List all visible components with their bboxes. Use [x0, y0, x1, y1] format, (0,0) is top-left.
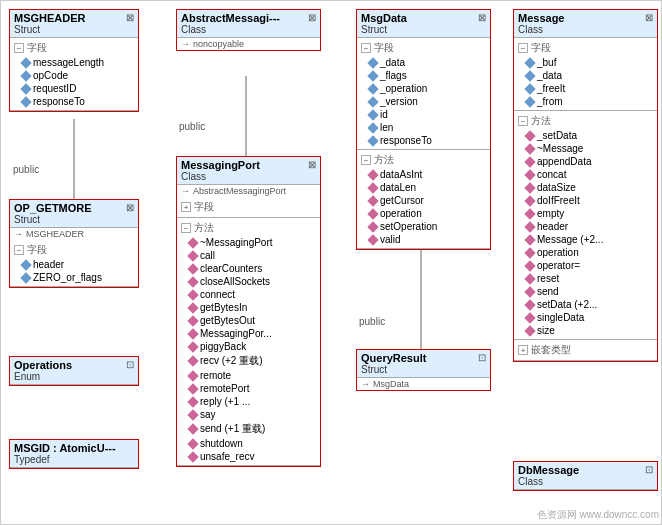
field-name: messageLength [33, 57, 104, 68]
method-icon [367, 234, 378, 245]
msgdata-method-3: getCursor [361, 194, 486, 207]
message-field-2: _data [518, 69, 653, 82]
method-icon [524, 130, 535, 141]
message-fields-header: − 字段 [518, 40, 653, 56]
parent-name: AbstractMessagingPort [193, 186, 286, 196]
msgdata-fields-toggle[interactable]: − [361, 43, 371, 53]
method-icon [524, 325, 535, 336]
msgdata-header: MsgData Struct ⊠ [357, 10, 490, 38]
messagingport-title: MessagingPort [181, 159, 260, 171]
mp-method-6: getBytesIn [181, 301, 316, 314]
msgdata-field-4: _version [361, 95, 486, 108]
dbmessage-box: DbMessage Class ⊡ [513, 461, 658, 491]
method-icon [524, 195, 535, 206]
method-icon [367, 195, 378, 206]
message-field-1: _buf [518, 56, 653, 69]
msgheader-field-4: responseTo [14, 95, 134, 108]
public-label-1: public [13, 164, 39, 175]
parent-name: noncopyable [193, 39, 244, 49]
method-icon [524, 286, 535, 297]
message-method-8: header [518, 220, 653, 233]
field-icon [367, 122, 378, 133]
op-getmore-expand-icon[interactable]: ⊠ [126, 202, 134, 213]
op-getmore-title: OP_GETMORE [14, 202, 92, 214]
method-icon [187, 341, 198, 352]
message-subtitle: Class [518, 24, 564, 35]
msgdata-title: MsgData [361, 12, 407, 24]
dbmessage-header: DbMessage Class ⊡ [514, 462, 657, 490]
msgdata-fields-header: − 字段 [361, 40, 486, 56]
field-icon [20, 272, 31, 283]
abstractmessaging-expand-icon[interactable]: ⊠ [308, 12, 316, 23]
msgheader-field-1: messageLength [14, 56, 134, 69]
msgheader-fields-label: 字段 [27, 41, 47, 55]
msgdata-method-2: dataLen [361, 181, 486, 194]
message-method-13: send [518, 285, 653, 298]
msgdata-field-5: id [361, 108, 486, 121]
messagingport-fields-toggle[interactable]: + [181, 202, 191, 212]
mp-method-12: remotePort [181, 382, 316, 395]
msgheader-expand-icon[interactable]: ⊠ [126, 12, 134, 23]
message-methods-toggle[interactable]: − [518, 116, 528, 126]
method-icon [524, 312, 535, 323]
mp-method-15: send (+1 重载) [181, 421, 316, 437]
mp-method-13: reply (+1 ... [181, 395, 316, 408]
message-method-15: singleData [518, 311, 653, 324]
mp-method-3: clearCounters [181, 262, 316, 275]
method-icon [524, 221, 535, 232]
msgdata-methods-toggle[interactable]: − [361, 155, 371, 165]
operations-title: Operations [14, 359, 72, 371]
method-icon [367, 182, 378, 193]
message-nested-toggle[interactable]: + [518, 345, 528, 355]
msgheader-fields-section: − 字段 messageLength opCode requestID resp… [10, 38, 138, 111]
messagingport-expand-icon[interactable]: ⊠ [308, 159, 316, 170]
msgdata-box: MsgData Struct ⊠ − 字段 _data _flags _oper… [356, 9, 491, 250]
message-expand-icon[interactable]: ⊠ [645, 12, 653, 23]
mp-method-14: say [181, 408, 316, 421]
field-name: responseTo [33, 96, 85, 107]
messagingport-methods-toggle[interactable]: − [181, 223, 191, 233]
method-icon [524, 273, 535, 284]
msgheader-fields-header: − 字段 [14, 40, 134, 56]
message-fields-toggle[interactable]: − [518, 43, 528, 53]
method-icon [187, 355, 198, 366]
queryresult-title: QueryResult [361, 352, 426, 364]
operations-expand-icon[interactable]: ⊡ [126, 359, 134, 370]
msgdata-field-6: len [361, 121, 486, 134]
abstractmessaging-parent: → noncopyable [177, 38, 320, 50]
msgdata-method-1: dataAsInt [361, 168, 486, 181]
message-method-2: ~Message [518, 142, 653, 155]
method-icon [187, 237, 198, 248]
msgheader-fields-toggle[interactable]: − [14, 43, 24, 53]
op-getmore-field-1: header [14, 258, 134, 271]
field-icon [20, 57, 31, 68]
mp-method-17: unsafe_recv [181, 450, 316, 463]
method-icon [187, 328, 198, 339]
op-getmore-parent: → MSGHEADER [10, 228, 138, 240]
field-name: ZERO_or_flags [33, 272, 102, 283]
dbmessage-expand-icon[interactable]: ⊡ [645, 464, 653, 475]
message-method-14: setData (+2... [518, 298, 653, 311]
msgdata-expand-icon[interactable]: ⊠ [478, 12, 486, 23]
method-icon [524, 182, 535, 193]
messagingport-header: MessagingPort Class ⊠ [177, 157, 320, 185]
message-method-9: Message (+2... [518, 233, 653, 246]
operations-header: Operations Enum ⊡ [10, 357, 138, 385]
msgdata-subtitle: Struct [361, 24, 407, 35]
method-icon [367, 169, 378, 180]
queryresult-expand-icon[interactable]: ⊡ [478, 352, 486, 363]
field-icon [367, 70, 378, 81]
dbmessage-title: DbMessage [518, 464, 579, 476]
operations-subtitle: Enum [14, 371, 72, 382]
op-getmore-subtitle: Struct [14, 214, 92, 225]
mp-method-2: call [181, 249, 316, 262]
queryresult-subtitle: Struct [361, 364, 426, 375]
abstractmessaging-subtitle: Class [181, 24, 280, 35]
method-icon [187, 438, 198, 449]
mp-method-1: ~MessagingPort [181, 236, 316, 249]
method-icon [524, 143, 535, 154]
field-name: opCode [33, 70, 68, 81]
op-getmore-fields-toggle[interactable]: − [14, 245, 24, 255]
op-getmore-fields-section: − 字段 header ZERO_or_flags [10, 240, 138, 287]
message-method-10: operation [518, 246, 653, 259]
